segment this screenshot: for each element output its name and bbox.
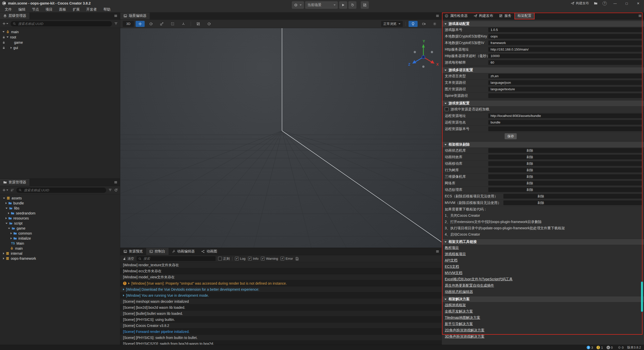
rotate-tool-button[interactable] — [146, 21, 155, 27]
minimize-button[interactable]: — — [612, 1, 618, 6]
panel-menu-icon[interactable] — [114, 181, 117, 184]
section-solutions[interactable]: 框架解决方案 — [442, 296, 644, 302]
filter-info-toggle[interactable]: Info — [248, 257, 259, 260]
info-counter[interactable]: i 3 — [587, 346, 593, 349]
menu-help[interactable]: 帮助 — [100, 7, 114, 12]
console-search-input[interactable] — [143, 256, 214, 261]
build-publish-button[interactable]: 构建发布 — [571, 1, 589, 6]
asset-node-assets[interactable]: assets — [0, 196, 120, 201]
tab-fram­ework-config[interactable]: 框架配置 — [514, 12, 535, 19]
http-timeout-input[interactable]: 10000 — [488, 54, 642, 58]
asset-node-main-scene[interactable]: main — [0, 246, 120, 251]
remove-button[interactable]: 剔除 — [527, 168, 533, 172]
doc-link-tutorial[interactable]: 教程项目 — [445, 245, 459, 251]
expand-icon[interactable] — [8, 228, 10, 229]
expand-icon[interactable] — [128, 282, 130, 284]
tree-node-gui[interactable]: gui — [0, 45, 120, 50]
menu-developer[interactable]: 开发者 — [83, 7, 100, 12]
move-tool-button[interactable] — [136, 21, 145, 27]
spine-path-input[interactable] — [488, 93, 642, 98]
log-entry[interactable]: [Scene] Forward render pipeline initiali… — [120, 329, 442, 335]
section-i18n-config[interactable]: 游戏多语言配置 — [442, 67, 644, 73]
rect-tool-button[interactable] — [168, 21, 177, 27]
asset-node-main-ts[interactable]: TS Main — [0, 241, 120, 246]
menu-panel[interactable]: 面板 — [56, 7, 69, 12]
filter-log-toggle[interactable]: Log — [235, 257, 246, 260]
lock-icon[interactable] — [2, 41, 5, 44]
collapse-icon[interactable] — [11, 232, 12, 234]
scale-tool-button[interactable] — [157, 21, 166, 27]
help-icon[interactable]: ? — [602, 1, 607, 6]
expand-icon[interactable] — [6, 223, 8, 224]
asset-node-resources[interactable]: resources — [0, 216, 120, 221]
asset-node-script[interactable]: script — [0, 221, 120, 226]
expand-icon[interactable] — [123, 288, 124, 290]
log-entry[interactable]: [Window] render_texture文件夹存在 — [120, 262, 442, 268]
open-log-file-icon[interactable] — [295, 257, 299, 260]
inspector-scrollbar-thumb[interactable] — [641, 282, 643, 312]
warning-counter[interactable]: ! 1 — [596, 346, 603, 349]
assets-search[interactable] — [16, 188, 106, 193]
game-version-input[interactable]: 1.0.5 — [488, 27, 642, 32]
collapse-icon[interactable] — [3, 257, 4, 259]
play-button[interactable] — [339, 1, 347, 9]
scene-selector-dropdown[interactable]: 当前场景 — [305, 1, 338, 9]
log-entry[interactable]: [Window] model_view文件夹存在 — [120, 274, 442, 280]
warning-checkbox[interactable] — [261, 257, 265, 260]
remove-button[interactable]: 剔除 — [538, 201, 544, 205]
log-entry[interactable]: [Scene] [PHYSICS]: using builtin. — [120, 317, 442, 323]
menu-file[interactable]: 文件 — [2, 7, 15, 12]
tab-asset-preview[interactable]: 资源预览 — [120, 248, 146, 255]
languages-input[interactable]: zh,en — [488, 74, 642, 78]
tab-hierarchy[interactable]: 层级管理器 — [0, 12, 29, 19]
asset-node-game[interactable]: game — [0, 226, 120, 231]
hierarchy-search[interactable] — [11, 21, 112, 26]
save-button[interactable]: 保存 — [505, 133, 517, 139]
remove-button[interactable]: 剔除 — [538, 194, 544, 199]
log-entry[interactable]: [Scene] Cocos Creator v3.8.2 — [120, 323, 442, 329]
tab-scene-editor[interactable]: 场景编辑器 — [120, 12, 150, 19]
doc-link-animator-editor[interactable]: 动画状态机编辑器 — [445, 289, 473, 295]
log-checkbox[interactable] — [235, 257, 239, 260]
remove-button[interactable]: 剔除 — [527, 155, 533, 159]
doc-link-api[interactable]: API文档 — [445, 257, 458, 264]
tree-node-game[interactable]: game — [0, 40, 120, 45]
collapse-icon[interactable] — [11, 237, 12, 239]
remote-version-input[interactable] — [488, 126, 642, 131]
dimension-toggle-button[interactable]: 3D — [123, 21, 134, 27]
doc-link-hotupdate-plugin[interactable]: 原生包热更新配置自动生成插件 — [445, 282, 494, 289]
section-basic-config[interactable]: 游戏基础配置 — [442, 21, 644, 27]
notification-counter[interactable]: 0 — [618, 346, 624, 349]
collapse-icon[interactable] — [6, 217, 7, 219]
asset-node-libs[interactable]: libs — [0, 206, 120, 211]
panel-menu-icon[interactable] — [114, 14, 117, 18]
asset-node-internal[interactable]: internal — [0, 251, 120, 256]
expand-icon[interactable] — [7, 36, 9, 38]
doc-link-ecs[interactable]: ECS文档 — [445, 264, 459, 270]
close-button[interactable]: ✕ — [635, 1, 641, 6]
crypto-key-input[interactable]: oops — [488, 34, 642, 39]
lock-icon[interactable] — [2, 36, 5, 39]
menu-project[interactable]: 项目 — [42, 7, 56, 12]
section-module-trim[interactable]: 框架模块剔除 — [442, 142, 644, 147]
tab-build-publish[interactable]: 构建发布 — [471, 12, 496, 19]
tab-property-inspector[interactable]: 属性检查器 — [442, 12, 471, 19]
solution-link-wargame[interactable]: 战棋游戏框架 — [445, 302, 466, 308]
doc-link-excel-tool[interactable]: Excel格式转Json文件与TypeScript代码工具 — [445, 276, 513, 282]
scene-viewport[interactable]: Y X Z — [120, 28, 442, 248]
fps-input[interactable]: 60 — [488, 60, 642, 65]
filter-error-toggle[interactable]: Error — [280, 257, 293, 260]
expand-icon[interactable] — [3, 31, 5, 32]
panel-menu-icon[interactable] — [436, 250, 439, 253]
expand-icon[interactable] — [6, 208, 8, 209]
panel-menu-icon[interactable] — [436, 14, 439, 18]
collapse-icon[interactable] — [11, 47, 12, 49]
collapse-icon[interactable] — [3, 252, 4, 254]
menu-edit[interactable]: 编辑 — [15, 7, 29, 12]
log-entry[interactable]: [Window] ecs文件夹存在 — [120, 268, 442, 274]
snap-grid-button[interactable] — [194, 21, 203, 27]
texture-path-input[interactable]: language/texture — [488, 87, 642, 92]
gizmo-space-button[interactable] — [179, 21, 188, 27]
hierarchy-search-input[interactable] — [18, 22, 110, 26]
collapse-icon[interactable] — [6, 202, 7, 204]
